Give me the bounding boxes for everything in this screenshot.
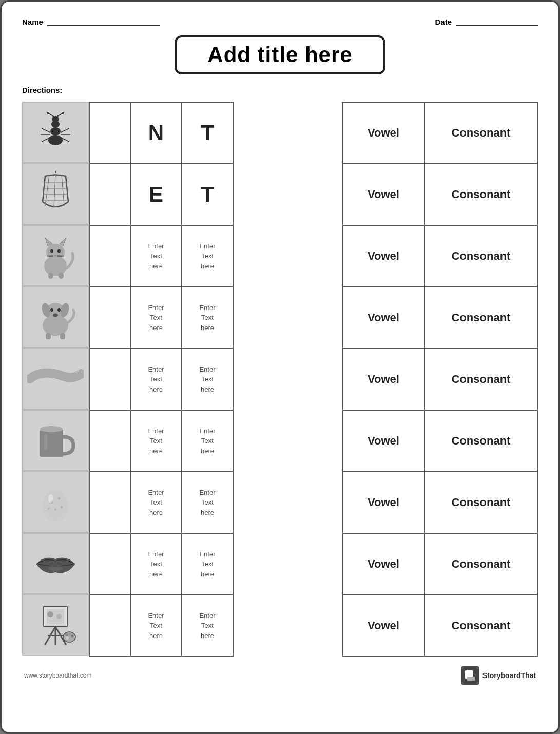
table-row: Vowel Consonant [342, 472, 537, 533]
brand-logo-icon [464, 669, 476, 682]
svg-point-61 [47, 611, 53, 617]
storyboardthat-icon [461, 666, 479, 685]
svg-line-5 [57, 113, 63, 117]
letter-cell-E[interactable]: E [130, 164, 182, 225]
consonant-cell[interactable]: Consonant [424, 349, 537, 410]
enter-text-cell[interactable]: EnterTexthere [130, 349, 182, 410]
letter-cell-T[interactable]: T [182, 102, 233, 164]
table-row: EnterTexthere EnterTexthere [89, 225, 233, 287]
svg-rect-42 [46, 333, 51, 339]
vowel-cell[interactable]: Vowel [342, 164, 424, 225]
enter-text-cell[interactable]: EnterTexthere [130, 533, 182, 595]
svg-line-20 [62, 175, 64, 206]
enter-text-cell[interactable]: EnterTexthere [182, 472, 233, 533]
svg-line-4 [48, 113, 54, 117]
svg-point-54 [54, 509, 56, 511]
letter-cell-N[interactable]: N [130, 102, 182, 164]
svg-point-27 [57, 249, 61, 253]
vowel-cell[interactable]: Vowel [342, 102, 424, 164]
table-row: EnterTexthere EnterTexthere [89, 410, 233, 472]
table-row: Vowel Consonant [342, 287, 537, 349]
date-label: Date [435, 17, 452, 26]
svg-point-40 [57, 308, 61, 312]
enter-text-cell[interactable]: EnterTexthere [182, 287, 233, 349]
consonant-cell[interactable]: Consonant [424, 164, 537, 225]
vowel-cell[interactable]: Vowel [342, 287, 424, 349]
enter-text-cell[interactable]: EnterTexthere [130, 225, 182, 287]
images-column [22, 102, 89, 657]
vowel-cell[interactable]: Vowel [342, 225, 424, 287]
table-row: N T [89, 102, 233, 164]
header: Name Date [22, 17, 538, 26]
right-table: Vowel Consonant Vowel Consonant Vowel Co… [342, 102, 538, 657]
enter-text-cell[interactable]: EnterTexthere [130, 595, 182, 656]
right-section: Vowel Consonant Vowel Consonant Vowel Co… [342, 102, 538, 657]
date-line [456, 17, 538, 26]
svg-point-58 [48, 566, 63, 571]
blank-cell [89, 472, 130, 533]
svg-rect-33 [48, 273, 53, 279]
consonant-cell[interactable]: Consonant [424, 410, 537, 472]
enter-text-cell[interactable]: EnterTexthere [182, 225, 233, 287]
table-row: Vowel Consonant [342, 164, 537, 225]
brand-name: StoryboardThat [482, 671, 536, 680]
art-icon [32, 602, 79, 648]
blank-cell [89, 533, 130, 595]
vowel-cell[interactable]: Vowel [342, 410, 424, 472]
svg-point-7 [62, 112, 64, 114]
image-cell-art [22, 594, 89, 656]
consonant-cell[interactable]: Consonant [424, 102, 537, 164]
svg-point-26 [50, 249, 53, 253]
svg-point-39 [50, 308, 53, 312]
svg-point-53 [58, 497, 61, 500]
footer-brand: StoryboardThat [461, 666, 536, 685]
consonant-cell[interactable]: Consonant [424, 472, 537, 533]
enter-text-cell[interactable]: EnterTexthere [182, 410, 233, 472]
svg-point-51 [43, 489, 68, 522]
svg-point-0 [48, 135, 63, 145]
cat-icon [34, 233, 78, 279]
svg-point-6 [47, 112, 49, 114]
footer: www.storyboardthat.com StoryboardThat [22, 666, 538, 685]
table-row: Vowel Consonant [342, 410, 537, 472]
enter-text-cell[interactable]: EnterTexthere [130, 287, 182, 349]
name-field: Name [22, 17, 160, 26]
table-row: EnterTexthere EnterTexthere [89, 349, 233, 410]
consonant-cell[interactable]: Consonant [424, 595, 537, 656]
ant-icon [32, 112, 79, 153]
svg-point-62 [56, 614, 62, 619]
vowel-cell[interactable]: Vowel [342, 595, 424, 656]
svg-line-11 [61, 128, 69, 132]
letter-cell-T2[interactable]: T [182, 164, 233, 225]
enter-text-cell[interactable]: EnterTexthere [130, 410, 182, 472]
footer-url: www.storyboardthat.com [24, 672, 91, 679]
blank-cell [89, 287, 130, 349]
consonant-cell[interactable]: Consonant [424, 533, 537, 595]
vowel-cell[interactable]: Vowel [342, 533, 424, 595]
table-row: Vowel Consonant [342, 595, 537, 656]
name-line [47, 17, 160, 26]
svg-rect-50 [44, 434, 47, 450]
svg-rect-34 [59, 273, 64, 279]
enter-text-cell[interactable]: EnterTexthere [130, 472, 182, 533]
vowel-cell[interactable]: Vowel [342, 349, 424, 410]
left-section: N T E T EnterTexthere EnterTexthere [22, 102, 234, 657]
vowel-cell[interactable]: Vowel [342, 472, 424, 533]
image-cell-cat [22, 225, 89, 286]
arm-icon [27, 363, 84, 394]
main-content: N T E T EnterTexthere EnterTexthere [22, 102, 538, 657]
svg-marker-24 [45, 238, 52, 246]
enter-text-cell[interactable]: EnterTexthere [182, 595, 233, 656]
image-cell-net [22, 163, 89, 225]
enter-text-cell[interactable]: EnterTexthere [182, 533, 233, 595]
blank-cell [89, 410, 130, 472]
image-cell-lips [22, 533, 89, 594]
consonant-cell[interactable]: Consonant [424, 225, 537, 287]
svg-point-70 [71, 635, 74, 638]
enter-text-cell[interactable]: EnterTexthere [182, 349, 233, 410]
blank-cell [89, 102, 130, 164]
svg-point-71 [66, 636, 69, 640]
consonant-cell[interactable]: Consonant [424, 287, 537, 349]
worksheet-title[interactable]: Add title here [175, 35, 385, 74]
left-table: N T E T EnterTexthere EnterTexthere [89, 102, 234, 657]
